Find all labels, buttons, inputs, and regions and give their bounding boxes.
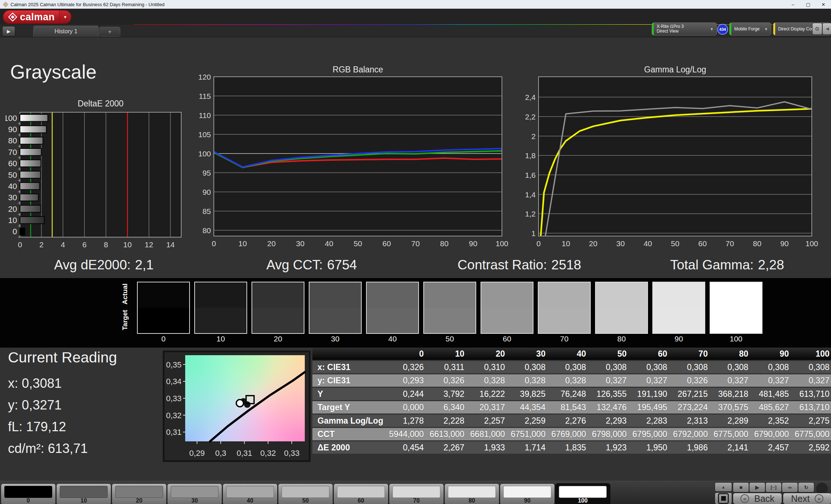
window-titlebar: Calman 2025 Calman Ultimate for Business… [0, 0, 831, 9]
series-button[interactable]: [··] [765, 482, 782, 492]
svg-text:50: 50 [354, 239, 362, 248]
table-row: Gamma Log/Log1,2782,2282,2572,2592,2762,… [312, 415, 831, 428]
add-tab-button[interactable]: + [99, 27, 120, 37]
svg-text:0,3: 0,3 [215, 449, 227, 458]
swatch-level-label: 70 [538, 335, 591, 343]
collapse-panel-button[interactable]: ◀ [822, 23, 831, 35]
stop-button[interactable]: ■ [733, 482, 749, 492]
pattern-button-30[interactable]: 30 [167, 483, 222, 504]
table-cell: 0,326 [389, 361, 429, 374]
logo-dropdown-caret-icon[interactable]: ▼ [59, 10, 71, 24]
table-header-level: 40 [551, 348, 592, 361]
source-chip-mobile-forge[interactable]: Mobile Forge ▼ [729, 22, 771, 35]
table-row-label: CCT [312, 428, 389, 441]
table-cell: 3,792 [429, 388, 470, 401]
grayscale-swatch-90 [652, 282, 705, 334]
measurement-table: 0102030405060708090100x: CIE310,3260,311… [312, 348, 779, 455]
grayscale-swatch-strip: Actual Target 0102030405060708090100 [0, 278, 831, 348]
pattern-button-70[interactable]: 70 [389, 483, 444, 504]
current-reading-title: Current Reading [8, 349, 117, 366]
table-cell: 0,327 [795, 374, 831, 388]
back-chevron-icon: « [740, 494, 749, 503]
pattern-panel-up-button[interactable]: ▲ [715, 482, 732, 492]
table-cell: 0,454 [389, 441, 429, 455]
swatch-level-label: 60 [481, 335, 533, 343]
svg-text:0,35: 0,35 [166, 360, 182, 369]
svg-text:0,29: 0,29 [189, 449, 205, 458]
calman-app: Calman 2025 Calman Ultimate for Business… [0, 0, 831, 504]
table-cell: 2,352 [754, 415, 795, 428]
svg-text:110: 110 [199, 111, 211, 119]
table-cell: 1,933 [470, 441, 511, 455]
table-row-label: Y [312, 388, 389, 401]
svg-text:50: 50 [671, 239, 679, 248]
settings-gear-button[interactable]: ⚙ [812, 23, 822, 35]
table-cell: 368,218 [714, 388, 754, 401]
table-cell: 20,317 [470, 401, 511, 415]
table-header-level: 80 [714, 348, 754, 361]
maximize-button[interactable]: ▢ [801, 0, 816, 9]
cie-chart: 0,310,320,330,340,350,290,30,310,320,33 [163, 350, 311, 462]
next-button[interactable]: Next » [783, 493, 831, 504]
play-button[interactable]: ▶ [749, 482, 765, 492]
table-cell: 0,308 [551, 361, 592, 374]
total-gamma-stat: Total Gamma:2,28 [623, 253, 831, 277]
chevron-down-icon[interactable]: ▼ [709, 27, 716, 31]
svg-text:120: 120 [198, 73, 211, 81]
table-cell: 0,326 [673, 374, 714, 388]
pattern-button-50[interactable]: 50 [278, 483, 333, 504]
table-cell: 0,308 [511, 361, 551, 374]
table-header-level: 50 [592, 348, 632, 361]
pattern-button-40[interactable]: 40 [223, 483, 278, 504]
pattern-button-10[interactable]: 10 [56, 483, 111, 504]
table-cell: 2,457 [754, 441, 795, 455]
table-cell: 0,308 [592, 361, 632, 374]
table-row-label: y: CIE31 [312, 374, 389, 388]
chevron-down-icon[interactable]: ▼ [764, 27, 771, 31]
grayscale-swatch-40 [366, 282, 419, 334]
pattern-button-20[interactable]: 20 [112, 483, 167, 504]
svg-text:1,6: 1,6 [525, 171, 536, 179]
back-button[interactable]: « Back [733, 493, 782, 504]
calman-menu-button[interactable]: calman ▼ [3, 10, 71, 24]
pattern-button-80[interactable]: 80 [444, 483, 499, 504]
pattern-button-100[interactable]: 100 [555, 483, 610, 504]
reading-y: y: 0,3271 [8, 398, 62, 413]
table-cell: 2,267 [429, 441, 470, 455]
tab-history-1[interactable]: History 1 [33, 26, 99, 37]
gamma-chart: Gamma Log/Log11,21,41,61,822,22,40102030… [518, 66, 831, 253]
pattern-button-90[interactable]: 90 [500, 483, 555, 504]
pattern-button-0[interactable]: 0 [1, 483, 56, 504]
pattern-window-button[interactable] [715, 492, 732, 504]
table-cell: 6792,000 [673, 428, 714, 441]
grayscale-swatch-60 [481, 282, 533, 334]
grayscale-swatch-100 [710, 282, 763, 334]
minimize-button[interactable]: – [785, 0, 801, 9]
table-cell: 2,283 [632, 415, 673, 428]
table-cell: 0,308 [795, 361, 831, 374]
table-header-level: 90 [754, 348, 795, 361]
close-button[interactable]: ✕ [816, 0, 831, 9]
svg-text:12: 12 [145, 240, 153, 249]
table-cell: 81,543 [551, 401, 592, 415]
pattern-button-60[interactable]: 60 [333, 483, 389, 504]
svg-text:2: 2 [531, 132, 536, 140]
loop-button[interactable]: ↻ [798, 482, 814, 492]
svg-text:Gamma Log/Log: Gamma Log/Log [644, 66, 706, 74]
continuous-button[interactable]: ∞ [782, 482, 798, 492]
svg-text:80: 80 [753, 239, 761, 248]
svg-text:115: 115 [199, 92, 211, 100]
grayscale-swatch-0 [137, 282, 190, 334]
svg-text:1,4: 1,4 [525, 190, 536, 199]
meter-chip-i1pro3[interactable]: X-Rite i1Pro 3 Direct View ▼ [652, 22, 717, 35]
svg-text:90: 90 [469, 239, 477, 248]
svg-text:DeltaE 2000: DeltaE 2000 [78, 99, 124, 108]
table-cell: 2,228 [429, 415, 470, 428]
table-row-label: Gamma Log/Log [312, 415, 389, 428]
table-cell: 370,575 [714, 401, 754, 415]
app-icon [3, 2, 8, 7]
run-history-button[interactable]: ▶ [2, 26, 15, 37]
window-title: Calman 2025 Calman Ultimate for Business… [11, 2, 165, 7]
rgb-balance-chart: RGB Balance80859095100105110115120010203… [196, 66, 515, 253]
svg-text:100: 100 [198, 150, 211, 158]
